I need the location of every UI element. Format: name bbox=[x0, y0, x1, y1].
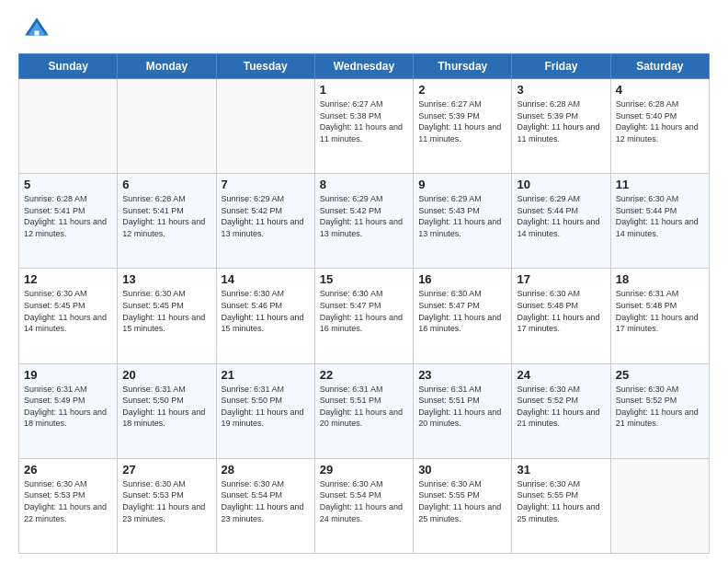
day-header-saturday: Saturday bbox=[610, 54, 709, 79]
cell-info: Sunrise: 6:30 AMSunset: 5:52 PMDaylight:… bbox=[517, 384, 605, 430]
calendar: SundayMondayTuesdayWednesdayThursdayFrid… bbox=[18, 53, 710, 554]
cell-info: Sunrise: 6:27 AMSunset: 5:39 PMDaylight:… bbox=[418, 98, 506, 144]
cell-info: Sunrise: 6:30 AMSunset: 5:44 PMDaylight:… bbox=[616, 193, 704, 239]
calendar-week-row: 12 Sunrise: 6:30 AMSunset: 5:45 PMDaylig… bbox=[19, 269, 710, 363]
cell-info: Sunrise: 6:31 AMSunset: 5:51 PMDaylight:… bbox=[418, 384, 506, 430]
calendar-cell: 25 Sunrise: 6:30 AMSunset: 5:52 PMDaylig… bbox=[610, 363, 709, 458]
calendar-week-row: 19 Sunrise: 6:31 AMSunset: 5:49 PMDaylig… bbox=[19, 363, 710, 458]
day-number: 13 bbox=[122, 272, 210, 286]
day-number: 3 bbox=[517, 83, 605, 97]
cell-info: Sunrise: 6:30 AMSunset: 5:45 PMDaylight:… bbox=[24, 288, 112, 334]
cell-info: Sunrise: 6:31 AMSunset: 5:48 PMDaylight:… bbox=[616, 288, 704, 334]
day-number: 7 bbox=[222, 178, 310, 191]
cell-info: Sunrise: 6:30 AMSunset: 5:47 PMDaylight:… bbox=[418, 288, 506, 334]
day-number: 24 bbox=[517, 368, 605, 382]
calendar-cell: 14 Sunrise: 6:30 AMSunset: 5:46 PMDaylig… bbox=[216, 269, 314, 363]
cell-info: Sunrise: 6:28 AMSunset: 5:39 PMDaylight:… bbox=[517, 98, 605, 144]
day-number: 1 bbox=[320, 83, 408, 97]
calendar-cell: 18 Sunrise: 6:31 AMSunset: 5:48 PMDaylig… bbox=[610, 269, 709, 363]
day-number: 20 bbox=[122, 368, 210, 382]
cell-info: Sunrise: 6:29 AMSunset: 5:44 PMDaylight:… bbox=[517, 193, 605, 239]
cell-info: Sunrise: 6:28 AMSunset: 5:41 PMDaylight:… bbox=[122, 193, 210, 239]
calendar-cell: 20 Sunrise: 6:31 AMSunset: 5:50 PMDaylig… bbox=[118, 363, 216, 458]
day-number: 21 bbox=[222, 368, 310, 382]
calendar-cell: 26 Sunrise: 6:30 AMSunset: 5:53 PMDaylig… bbox=[19, 458, 118, 553]
day-number: 16 bbox=[418, 272, 506, 286]
cell-info: Sunrise: 6:29 AMSunset: 5:43 PMDaylight:… bbox=[418, 193, 506, 239]
calendar-cell bbox=[610, 458, 709, 553]
day-number: 12 bbox=[24, 272, 112, 286]
day-number: 2 bbox=[418, 83, 506, 97]
calendar-cell: 29 Sunrise: 6:30 AMSunset: 5:54 PMDaylig… bbox=[314, 458, 413, 553]
calendar-cell: 16 Sunrise: 6:30 AMSunset: 5:47 PMDaylig… bbox=[414, 269, 512, 363]
day-number: 18 bbox=[616, 272, 704, 286]
day-header-monday: Monday bbox=[118, 54, 216, 79]
calendar-header-row: SundayMondayTuesdayWednesdayThursdayFrid… bbox=[19, 54, 710, 79]
day-number: 30 bbox=[418, 463, 506, 477]
cell-info: Sunrise: 6:29 AMSunset: 5:42 PMDaylight:… bbox=[320, 193, 408, 239]
day-number: 26 bbox=[24, 463, 112, 477]
calendar-cell: 5 Sunrise: 6:28 AMSunset: 5:41 PMDayligh… bbox=[19, 174, 118, 269]
day-number: 31 bbox=[517, 463, 605, 477]
cell-info: Sunrise: 6:31 AMSunset: 5:50 PMDaylight:… bbox=[222, 384, 310, 430]
cell-info: Sunrise: 6:27 AMSunset: 5:38 PMDaylight:… bbox=[320, 98, 408, 144]
calendar-cell: 11 Sunrise: 6:30 AMSunset: 5:44 PMDaylig… bbox=[610, 174, 709, 269]
cell-info: Sunrise: 6:31 AMSunset: 5:50 PMDaylight:… bbox=[122, 384, 210, 430]
calendar-cell: 12 Sunrise: 6:30 AMSunset: 5:45 PMDaylig… bbox=[19, 269, 118, 363]
calendar-cell: 3 Sunrise: 6:28 AMSunset: 5:39 PMDayligh… bbox=[512, 79, 610, 174]
calendar-cell: 1 Sunrise: 6:27 AMSunset: 5:38 PMDayligh… bbox=[314, 79, 413, 174]
calendar-cell: 30 Sunrise: 6:30 AMSunset: 5:55 PMDaylig… bbox=[414, 458, 512, 553]
cell-info: Sunrise: 6:30 AMSunset: 5:53 PMDaylight:… bbox=[122, 478, 210, 524]
header bbox=[18, 15, 710, 44]
cell-info: Sunrise: 6:30 AMSunset: 5:52 PMDaylight:… bbox=[616, 384, 704, 430]
day-number: 6 bbox=[122, 178, 210, 191]
day-number: 27 bbox=[122, 463, 210, 477]
cell-info: Sunrise: 6:31 AMSunset: 5:51 PMDaylight:… bbox=[320, 384, 408, 430]
calendar-cell: 7 Sunrise: 6:29 AMSunset: 5:42 PMDayligh… bbox=[216, 174, 314, 269]
calendar-cell: 24 Sunrise: 6:30 AMSunset: 5:52 PMDaylig… bbox=[512, 363, 610, 458]
cell-info: Sunrise: 6:30 AMSunset: 5:55 PMDaylight:… bbox=[418, 478, 506, 524]
day-number: 22 bbox=[320, 368, 408, 382]
day-number: 14 bbox=[222, 272, 310, 286]
cell-info: Sunrise: 6:29 AMSunset: 5:42 PMDaylight:… bbox=[222, 193, 310, 239]
svg-rect-2 bbox=[35, 31, 40, 36]
calendar-cell: 8 Sunrise: 6:29 AMSunset: 5:42 PMDayligh… bbox=[314, 174, 413, 269]
day-header-wednesday: Wednesday bbox=[314, 54, 413, 79]
cell-info: Sunrise: 6:30 AMSunset: 5:53 PMDaylight:… bbox=[24, 478, 112, 524]
calendar-cell: 15 Sunrise: 6:30 AMSunset: 5:47 PMDaylig… bbox=[314, 269, 413, 363]
cell-info: Sunrise: 6:30 AMSunset: 5:55 PMDaylight:… bbox=[517, 478, 605, 524]
cell-info: Sunrise: 6:30 AMSunset: 5:48 PMDaylight:… bbox=[517, 288, 605, 334]
day-number: 17 bbox=[517, 272, 605, 286]
day-header-sunday: Sunday bbox=[19, 54, 118, 79]
calendar-week-row: 26 Sunrise: 6:30 AMSunset: 5:53 PMDaylig… bbox=[19, 458, 710, 553]
day-header-tuesday: Tuesday bbox=[216, 54, 314, 79]
calendar-cell: 9 Sunrise: 6:29 AMSunset: 5:43 PMDayligh… bbox=[414, 174, 512, 269]
calendar-cell: 21 Sunrise: 6:31 AMSunset: 5:50 PMDaylig… bbox=[216, 363, 314, 458]
calendar-cell: 31 Sunrise: 6:30 AMSunset: 5:55 PMDaylig… bbox=[512, 458, 610, 553]
logo-icon bbox=[22, 15, 51, 44]
day-number: 10 bbox=[517, 178, 605, 191]
cell-info: Sunrise: 6:30 AMSunset: 5:54 PMDaylight:… bbox=[320, 478, 408, 524]
calendar-week-row: 1 Sunrise: 6:27 AMSunset: 5:38 PMDayligh… bbox=[19, 79, 710, 174]
calendar-cell: 10 Sunrise: 6:29 AMSunset: 5:44 PMDaylig… bbox=[512, 174, 610, 269]
day-header-friday: Friday bbox=[512, 54, 610, 79]
cell-info: Sunrise: 6:30 AMSunset: 5:46 PMDaylight:… bbox=[222, 288, 310, 334]
calendar-cell: 4 Sunrise: 6:28 AMSunset: 5:40 PMDayligh… bbox=[610, 79, 709, 174]
calendar-cell: 13 Sunrise: 6:30 AMSunset: 5:45 PMDaylig… bbox=[118, 269, 216, 363]
calendar-cell: 6 Sunrise: 6:28 AMSunset: 5:41 PMDayligh… bbox=[118, 174, 216, 269]
calendar-cell: 19 Sunrise: 6:31 AMSunset: 5:49 PMDaylig… bbox=[19, 363, 118, 458]
day-number: 29 bbox=[320, 463, 408, 477]
day-number: 4 bbox=[616, 83, 704, 97]
cell-info: Sunrise: 6:30 AMSunset: 5:54 PMDaylight:… bbox=[222, 478, 310, 524]
calendar-cell: 23 Sunrise: 6:31 AMSunset: 5:51 PMDaylig… bbox=[414, 363, 512, 458]
logo bbox=[18, 15, 51, 44]
calendar-cell: 2 Sunrise: 6:27 AMSunset: 5:39 PMDayligh… bbox=[414, 79, 512, 174]
day-number: 25 bbox=[616, 368, 704, 382]
day-number: 19 bbox=[24, 368, 112, 382]
day-header-thursday: Thursday bbox=[414, 54, 512, 79]
day-number: 28 bbox=[222, 463, 310, 477]
day-number: 11 bbox=[616, 178, 704, 191]
calendar-cell: 28 Sunrise: 6:30 AMSunset: 5:54 PMDaylig… bbox=[216, 458, 314, 553]
calendar-cell bbox=[216, 79, 314, 174]
calendar-cell: 17 Sunrise: 6:30 AMSunset: 5:48 PMDaylig… bbox=[512, 269, 610, 363]
